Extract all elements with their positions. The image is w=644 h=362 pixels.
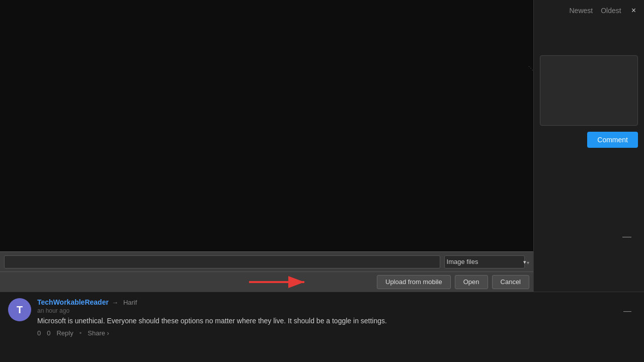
- downvote-count: 0: [47, 329, 50, 337]
- file-dialog-bar: Image files All files ▾: [0, 251, 533, 272]
- cancel-button[interactable]: Cancel: [492, 275, 529, 289]
- open-button[interactable]: Open: [455, 275, 488, 289]
- bottom-content: T TechWorkableReader → Harif an hour ago…: [0, 292, 644, 362]
- sort-newest[interactable]: Newest: [570, 7, 593, 15]
- comment-actions: 0 0 Reply • Share ›: [37, 329, 636, 337]
- comment-author[interactable]: TechWorkableReader: [37, 298, 109, 306]
- comment-content: TechWorkableReader → Harif an hour ago M…: [37, 298, 636, 337]
- resize-handle[interactable]: ⋱: [528, 65, 533, 70]
- file-type-select[interactable]: Image files All files: [444, 255, 525, 268]
- separator: •: [79, 329, 82, 337]
- sidebar-header: Newest Oldest ×: [534, 0, 644, 21]
- sort-oldest[interactable]: Oldest: [601, 7, 621, 15]
- comment-reply-name: Harif: [123, 299, 137, 306]
- file-type-select-wrapper: Image files All files ▾: [444, 255, 529, 268]
- dropdown-arrow-icon: ▾: [527, 259, 529, 265]
- sidebar-minimize-bottom[interactable]: —: [623, 307, 631, 316]
- action-buttons-row: Upload from mobile Open Cancel: [0, 272, 533, 292]
- file-path-input[interactable]: [4, 255, 440, 268]
- close-button[interactable]: ×: [629, 4, 638, 17]
- comment-time: an hour ago: [37, 307, 636, 314]
- main-content-area: [0, 0, 533, 292]
- share-link[interactable]: Share ›: [88, 329, 109, 337]
- upload-from-mobile-button[interactable]: Upload from mobile: [377, 275, 451, 289]
- minimize-button[interactable]: —: [622, 231, 631, 242]
- sort-options: Newest Oldest: [570, 7, 621, 15]
- reply-arrow-icon: →: [112, 299, 118, 306]
- avatar: T: [8, 298, 31, 321]
- comment-item: T TechWorkableReader → Harif an hour ago…: [0, 292, 644, 343]
- comment-text: Microsoft is unethical. Everyone should …: [37, 316, 636, 326]
- comment-textarea[interactable]: [540, 55, 638, 126]
- upvote-count: 0: [37, 329, 41, 337]
- reply-link[interactable]: Reply: [56, 329, 73, 337]
- comment-submit-button[interactable]: Comment: [587, 132, 638, 148]
